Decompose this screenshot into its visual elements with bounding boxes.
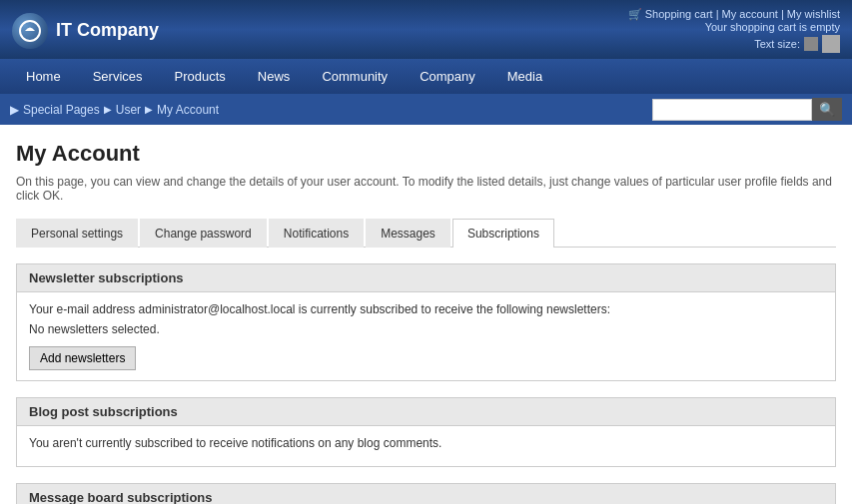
- tab-subscriptions[interactable]: Subscriptions: [452, 219, 554, 248]
- cart-status: Your shopping cart is empty: [628, 21, 840, 33]
- nav-community[interactable]: Community: [306, 59, 404, 94]
- message-board-section-header: Message board subscriptions: [17, 484, 835, 504]
- newsletter-section-body: Your e-mail address administrator@localh…: [17, 292, 835, 380]
- add-newsletters-button[interactable]: Add newsletters: [29, 346, 136, 370]
- page-title: My Account: [16, 141, 836, 167]
- header-top: IT Company 🛒 Shopping cart | My account …: [0, 0, 852, 59]
- nav-company[interactable]: Company: [404, 59, 491, 94]
- page-description: On this page, you can view and change th…: [16, 175, 836, 203]
- breadcrumb-arrow-1: ▶: [10, 103, 19, 117]
- breadcrumb-special-pages[interactable]: Special Pages: [23, 103, 100, 117]
- newsletter-email-text: Your e-mail address administrator@localh…: [29, 302, 823, 316]
- blog-section-text: You aren't currently subscribed to recei…: [29, 436, 823, 450]
- search-button[interactable]: 🔍: [812, 98, 842, 121]
- blog-section-body: You aren't currently subscribed to recei…: [17, 426, 835, 466]
- nav-media[interactable]: Media: [491, 59, 558, 94]
- nav-news[interactable]: News: [242, 59, 307, 94]
- nav-home[interactable]: Home: [10, 59, 77, 94]
- nav-services[interactable]: Services: [77, 59, 159, 94]
- newsletter-section-header: Newsletter subscriptions: [17, 264, 835, 292]
- breadcrumb-separator-2: ▶: [145, 104, 153, 115]
- blog-section: Blog post subscriptions You aren't curre…: [16, 397, 836, 467]
- search-input[interactable]: [652, 99, 812, 121]
- header-links: 🛒 Shopping cart | My account | My wishli…: [628, 8, 840, 21]
- search-area: 🔍: [652, 98, 842, 121]
- breadcrumb-separator-1: ▶: [104, 104, 112, 115]
- text-size-small-icon[interactable]: [804, 37, 818, 51]
- breadcrumb: ▶ Special Pages ▶ User ▶ My Account: [10, 103, 219, 117]
- blog-section-header: Blog post subscriptions: [17, 398, 835, 426]
- wishlist-link[interactable]: My wishlist: [787, 8, 840, 20]
- nav-products[interactable]: Products: [159, 59, 242, 94]
- tab-personal-settings[interactable]: Personal settings: [16, 219, 138, 248]
- newsletter-section: Newsletter subscriptions Your e-mail add…: [16, 263, 836, 381]
- text-size-label: Text size:: [754, 38, 800, 50]
- logo-text: IT Company: [56, 20, 159, 41]
- breadcrumb-current: My Account: [157, 103, 219, 117]
- main-nav: Home Services Products News Community Co…: [0, 59, 852, 94]
- cart-link[interactable]: Shopping cart: [645, 8, 713, 20]
- tab-change-password[interactable]: Change password: [140, 219, 267, 248]
- main-content: My Account On this page, you can view an…: [0, 125, 852, 504]
- tab-messages[interactable]: Messages: [366, 219, 450, 248]
- account-link[interactable]: My account: [722, 8, 778, 20]
- logo-area: IT Company: [12, 13, 159, 49]
- breadcrumb-user[interactable]: User: [116, 103, 141, 117]
- breadcrumb-bar: ▶ Special Pages ▶ User ▶ My Account 🔍: [0, 94, 852, 125]
- tabs: Personal settings Change password Notifi…: [16, 219, 836, 248]
- text-size-area: Text size:: [628, 35, 840, 53]
- message-board-section: Message board subscriptions You are curr…: [16, 483, 836, 504]
- text-size-large-icon[interactable]: [822, 35, 840, 53]
- newsletter-no-selected: No newsletters selected.: [29, 322, 823, 336]
- tab-notifications[interactable]: Notifications: [269, 219, 364, 248]
- logo-icon: [12, 13, 48, 49]
- header-right: 🛒 Shopping cart | My account | My wishli…: [628, 8, 840, 53]
